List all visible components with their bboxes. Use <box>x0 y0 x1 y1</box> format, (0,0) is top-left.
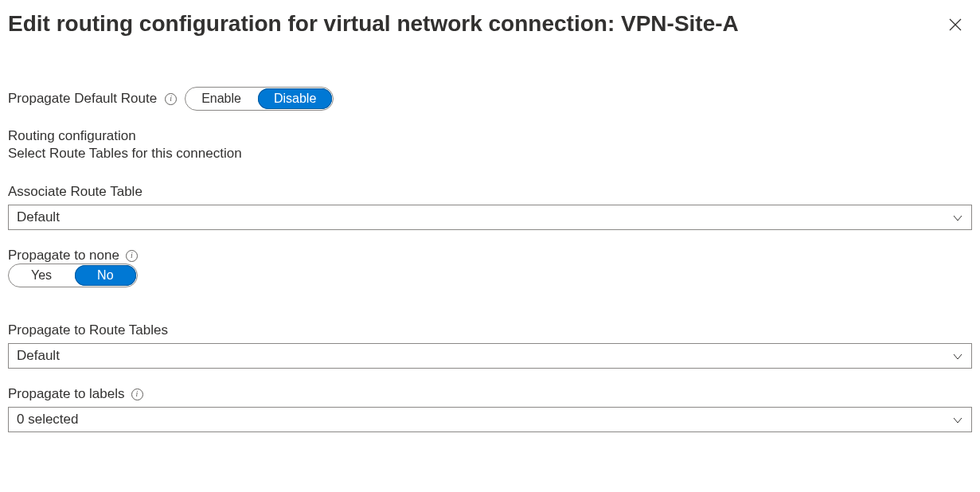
panel-title: Edit routing configuration for virtual n… <box>8 10 739 37</box>
routing-config-section: Routing configuration Select Route Table… <box>8 128 972 162</box>
propagate-to-route-tables-value: Default <box>17 348 60 364</box>
associate-route-table-dropdown[interactable]: Default <box>8 205 972 230</box>
info-icon[interactable]: i <box>165 93 177 105</box>
toggle-disable[interactable]: Disable <box>258 88 332 109</box>
toggle-enable[interactable]: Enable <box>185 88 257 110</box>
info-icon[interactable]: i <box>126 250 138 262</box>
close-icon <box>948 18 962 32</box>
chevron-down-icon <box>952 212 963 223</box>
propagate-to-labels-label: Propagate to labels <box>8 386 125 402</box>
info-icon[interactable]: i <box>131 389 143 400</box>
propagate-to-labels-dropdown[interactable]: 0 selected <box>8 407 972 432</box>
toggle-yes[interactable]: Yes <box>9 264 74 287</box>
propagate-to-none-label-row: Propagate to none i <box>8 248 972 264</box>
chevron-down-icon <box>952 414 963 425</box>
propagate-default-route-label: Propagate Default Route <box>8 91 157 107</box>
propagate-to-none-field: Propagate to none i Yes No <box>8 248 972 305</box>
propagate-to-none-label: Propagate to none <box>8 248 119 264</box>
associate-route-table-value: Default <box>17 209 60 225</box>
propagate-to-route-tables-dropdown[interactable]: Default <box>8 343 972 369</box>
propagate-default-route-toggle: Enable Disable <box>185 87 334 111</box>
propagate-default-route-row: Propagate Default Route i Enable Disable <box>8 87 972 111</box>
toggle-no[interactable]: No <box>75 265 135 286</box>
propagate-to-route-tables-label: Propagate to Route Tables <box>8 322 972 338</box>
propagate-to-route-tables-field: Propagate to Route Tables Default <box>8 322 972 369</box>
propagate-to-labels-value: 0 selected <box>17 412 79 428</box>
chevron-down-icon <box>952 350 963 361</box>
routing-config-panel: Edit routing configuration for virtual n… <box>0 0 980 466</box>
routing-config-heading: Routing configuration <box>8 128 972 144</box>
propagate-to-labels-field: Propagate to labels i 0 selected <box>8 386 972 432</box>
close-button[interactable] <box>943 13 967 39</box>
routing-config-subheading: Select Route Tables for this connection <box>8 146 972 162</box>
associate-route-table-field: Associate Route Table Default <box>8 184 972 230</box>
propagate-to-labels-label-row: Propagate to labels i <box>8 386 972 402</box>
propagate-to-none-toggle: Yes No <box>8 264 138 287</box>
panel-header: Edit routing configuration for virtual n… <box>8 10 972 39</box>
associate-route-table-label: Associate Route Table <box>8 184 972 200</box>
